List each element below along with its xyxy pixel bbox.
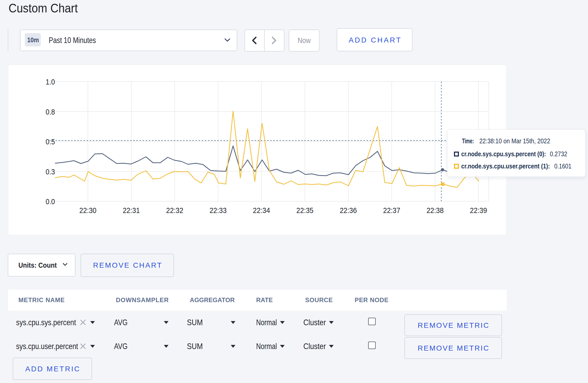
svg-text:Custom Chart: Custom Chart xyxy=(9,1,78,15)
svg-text:sys.cpu.sys.percent: sys.cpu.sys.percent xyxy=(16,318,76,327)
svg-text:METRIC NAME: METRIC NAME xyxy=(18,296,65,303)
svg-text:Time:: Time: xyxy=(462,137,474,145)
svg-text:22:37: 22:37 xyxy=(383,206,400,215)
svg-text:AVG: AVG xyxy=(114,318,128,327)
svg-text:Cluster: Cluster xyxy=(303,342,326,351)
svg-text:REMOVE METRIC: REMOVE METRIC xyxy=(418,344,489,352)
svg-text:RATE: RATE xyxy=(256,296,273,303)
svg-text:22:33: 22:33 xyxy=(209,206,227,215)
svg-text:1.0: 1.0 xyxy=(46,77,55,86)
svg-text:22:34: 22:34 xyxy=(253,206,270,215)
svg-text:Past 10 Minutes: Past 10 Minutes xyxy=(49,36,96,45)
svg-text:22:36: 22:36 xyxy=(340,206,357,215)
svg-text:ADD CHART: ADD CHART xyxy=(349,36,401,44)
svg-text:AGGREGATOR: AGGREGATOR xyxy=(190,296,235,303)
svg-text:cr.node.sys.cpu.sys.percent (0: cr.node.sys.cpu.sys.percent (0): xyxy=(461,150,546,158)
svg-text:0.1601: 0.1601 xyxy=(554,162,571,170)
svg-text:Units: Count: Units: Count xyxy=(18,261,57,269)
svg-text:REMOVE METRIC: REMOVE METRIC xyxy=(418,321,489,329)
svg-text:SUM: SUM xyxy=(187,318,203,327)
svg-text:SUM: SUM xyxy=(187,342,203,351)
svg-text:10m: 10m xyxy=(27,36,39,44)
svg-text:0.3: 0.3 xyxy=(46,167,55,176)
svg-text:ADD METRIC: ADD METRIC xyxy=(25,365,80,373)
svg-text:22:35: 22:35 xyxy=(296,206,313,215)
svg-text:Cluster: Cluster xyxy=(303,318,326,327)
svg-text:SOURCE: SOURCE xyxy=(305,296,333,303)
svg-text:Now: Now xyxy=(298,36,311,45)
svg-text:0.8: 0.8 xyxy=(46,108,55,116)
svg-text:0.0: 0.0 xyxy=(46,197,55,206)
svg-text:cr.node.sys.cpu.user.percent (: cr.node.sys.cpu.user.percent (1): xyxy=(461,162,550,170)
svg-text:22:32: 22:32 xyxy=(166,206,183,215)
svg-text:Normal: Normal xyxy=(256,342,277,351)
svg-text:22:38:10 on Mar 15th, 2022: 22:38:10 on Mar 15th, 2022 xyxy=(479,137,550,145)
svg-text:Normal: Normal xyxy=(256,318,277,327)
svg-text:0.2732: 0.2732 xyxy=(550,150,567,158)
svg-text:DOWNSAMPLER: DOWNSAMPLER xyxy=(116,296,169,303)
svg-text:AVG: AVG xyxy=(114,342,128,351)
svg-text:22:38: 22:38 xyxy=(426,206,444,215)
svg-text:22:30: 22:30 xyxy=(79,206,96,215)
svg-text:22:39: 22:39 xyxy=(470,206,487,215)
svg-text:sys.cpu.user.percent: sys.cpu.user.percent xyxy=(16,342,78,351)
svg-text:PER NODE: PER NODE xyxy=(355,296,388,303)
svg-text:22:31: 22:31 xyxy=(123,206,140,215)
svg-text:0.5: 0.5 xyxy=(46,137,55,146)
svg-text:REMOVE CHART: REMOVE CHART xyxy=(93,261,162,269)
